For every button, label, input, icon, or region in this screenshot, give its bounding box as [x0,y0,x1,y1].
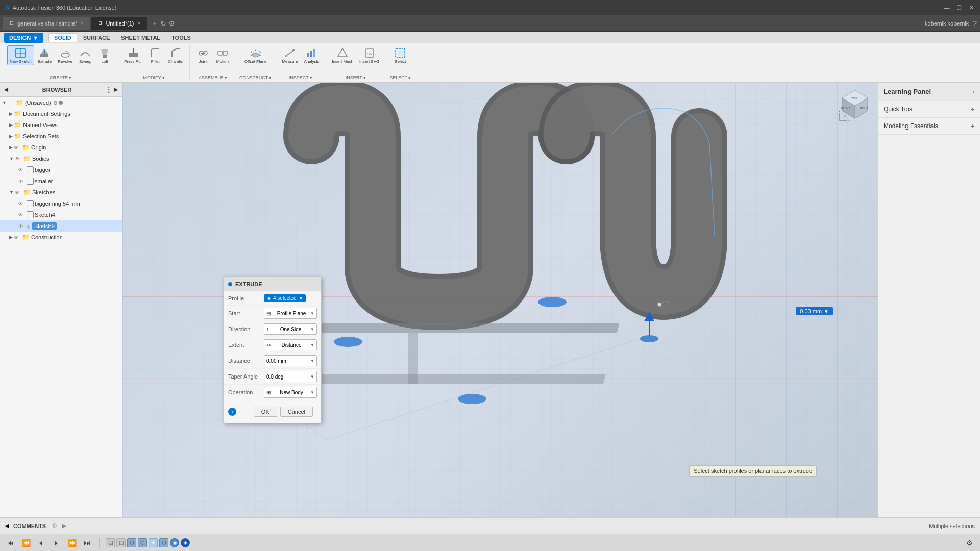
tree-item-named-views[interactable]: ▶ 📁 Named Views [0,119,122,131]
settings-button[interactable]: ⚙ [168,19,175,28]
tab-close-generative[interactable]: ✕ [80,20,84,26]
timeline-step-fwd-button[interactable]: ⏩ [66,537,78,548]
select-dropdown-icon[interactable]: ▾ [408,75,411,80]
modeling-essentials-expand-icon[interactable]: + [971,122,975,130]
timeline-play-button[interactable]: ⏵ [51,537,62,548]
gear-icon[interactable]: ⚙ [53,100,58,106]
timeline-first-button[interactable]: ⏮ [5,537,16,548]
tree-item-construction[interactable]: ▶ 👁 📁 Construction [0,232,122,243]
measure-button[interactable]: Measure [279,45,300,65]
modeling-essentials-item[interactable]: Modeling Essentials + [878,118,980,135]
insert-mesh-button[interactable]: Insert Mesh [329,45,356,65]
comments-expand-icon[interactable]: ▶ [62,523,66,529]
tree-item-bigger-ring[interactable]: 👁 bigger ring 54 mm [0,198,122,209]
joint-button[interactable]: Joint [194,45,212,65]
history-item-3[interactable]: ⬡ [127,538,136,547]
revolve-button[interactable]: Revolve [55,45,75,65]
comments-settings-icon[interactable]: ⚙ [52,522,57,529]
taper-control[interactable]: 0.0 deg ▼ [264,371,317,382]
construct-dropdown-icon[interactable]: ▾ [269,75,272,80]
history-item-6[interactable]: ⬡ [159,538,168,547]
history-item-5[interactable]: ✛ [149,538,158,547]
tree-item-origin[interactable]: ▶ 👁 📁 Origin [0,142,122,153]
motion-joint-button[interactable]: Motion [213,45,232,65]
timeline-step-back-button[interactable]: ⏴ [36,537,47,548]
tab-surface[interactable]: SURFACE [78,34,115,42]
refresh-button[interactable]: ↻ [160,19,166,28]
select-button[interactable]: Select [391,45,409,65]
insert-dropdown-icon[interactable]: ▾ [363,75,366,80]
navcube[interactable]: TOP RIGHT FRONT Z Y X [837,88,873,123]
tab-close-untitled[interactable]: ✕ [137,20,141,26]
distance-input-control[interactable]: 0.00 mm ▼ [264,355,317,366]
tree-item-smaller[interactable]: 👁 smaller [0,176,122,187]
browser-options-icon[interactable]: ⋮ [106,86,112,93]
create-dropdown-icon[interactable]: ▾ [69,75,71,80]
info-icon[interactable]: i [228,408,236,416]
tree-item-bigger[interactable]: 👁 bigger [0,164,122,176]
direction-control[interactable]: ↕ One Side ▼ [264,323,317,335]
tree-item-sketches[interactable]: ▼ 👁 📁 Sketches [0,187,122,198]
profile-selected-pill[interactable]: ◈ 4 selected ✕ [264,294,306,302]
chamfer-button[interactable]: Chamfer [165,45,186,65]
profile-clear-icon[interactable]: ✕ [299,295,303,301]
loft-button[interactable]: Loft [95,45,114,65]
tree-item-doc-settings[interactable]: ▶ 📁 Document Settings [0,108,122,119]
fillet-button[interactable]: Fillet [146,45,164,65]
offset-plane-button[interactable]: Offset Plane [242,45,270,65]
help-icon[interactable]: ? [973,19,977,28]
restore-button[interactable]: ❐ [955,4,963,11]
extrude-button[interactable]: Extrude [35,45,55,65]
browser-toggle-icon[interactable]: ◀ [4,87,8,92]
direction-dropdown[interactable]: ↕ One Side ▼ [264,323,317,335]
quick-tips-item[interactable]: Quick Tips + [878,101,980,118]
analysis-button[interactable]: Analysis [302,45,322,65]
ok-button[interactable]: OK [254,407,277,417]
tab-untitled[interactable]: 🗒 Untitled*(1) ✕ [91,17,147,30]
tree-item-sketch4[interactable]: 👁 Sketch4 [0,209,122,220]
operation-control[interactable]: ⊞ New Body ▼ [264,387,317,398]
tab-generative[interactable]: 🗒 generative chair simple* ✕ [3,17,90,30]
distance-control[interactable]: 0.00 mm ▼ [264,355,317,366]
design-dropdown[interactable]: DESIGN ▼ [4,33,43,43]
sweep-button[interactable]: Sweep [76,45,94,65]
tree-item-selection-sets[interactable]: ▶ 📁 Selection Sets [0,131,122,142]
create-sketch-button[interactable]: New Sketch [7,45,34,65]
minimize-button[interactable]: — [943,4,950,11]
history-item-1[interactable]: ◱ [106,538,115,547]
tab-sheet-metal[interactable]: SHEET METAL [116,34,165,42]
timeline-last-button[interactable]: ⏭ [82,537,93,548]
start-control[interactable]: ⊟ Profile Plane ▼ [264,308,317,319]
new-tab-button[interactable]: ＋ [151,19,158,28]
modify-dropdown-icon[interactable]: ▾ [162,75,165,80]
settings-button[interactable]: ⚙ [964,537,975,548]
quick-tips-expand-icon[interactable]: + [971,105,975,113]
tab-tools[interactable]: TOOLS [166,34,196,42]
press-pull-button[interactable]: Press Pull [121,45,145,65]
distance-dropdown-icon[interactable]: ▼ [824,309,829,314]
viewport[interactable]: TOP RIGHT FRONT Z Y X Select sketch prof… [122,83,878,517]
timeline-prev-button[interactable]: ⏪ [20,537,32,548]
browser-expand-icon[interactable]: ▶ [114,87,118,92]
history-item-4[interactable]: ⬡ [138,538,147,547]
history-item-2[interactable]: ◱ [116,538,126,547]
operation-dropdown[interactable]: ⊞ New Body ▼ [264,387,317,398]
history-item-current[interactable]: ◈ [181,538,190,547]
tree-item-bodies[interactable]: ▼ 👁 📁 Bodies [0,153,122,164]
comments-toggle-icon[interactable]: ◀ [5,523,9,529]
assemble-dropdown-icon[interactable]: ▾ [225,75,227,80]
extent-control[interactable]: ⇿ Distance ▼ [264,339,317,350]
history-item-7[interactable]: ◉ [170,538,179,547]
close-button[interactable]: ✕ [968,4,975,11]
inspect-dropdown-icon[interactable]: ▾ [310,75,312,80]
tree-item-unsaved[interactable]: ▼ 📁 (Unsaved) ⚙ [0,97,122,108]
start-dropdown[interactable]: ⊟ Profile Plane ▼ [264,308,317,319]
insert-svg-button[interactable]: SVG Insert SVG [357,45,382,65]
taper-input-control[interactable]: 0.0 deg ▼ [264,371,317,382]
distance-input-viewport[interactable]: 0.00 mm ▼ [796,307,833,315]
extent-dropdown[interactable]: ⇿ Distance ▼ [264,339,317,350]
tree-item-sketch9[interactable]: 👁 ◈ Sketch9 [0,220,122,232]
tab-solid[interactable]: SOLID [48,33,77,42]
right-panel-chevron-icon[interactable]: › [973,88,975,95]
cancel-button[interactable]: Cancel [280,407,313,417]
